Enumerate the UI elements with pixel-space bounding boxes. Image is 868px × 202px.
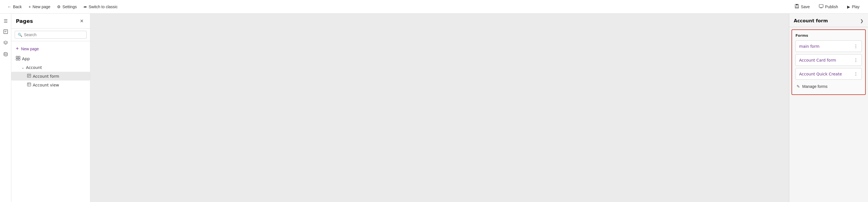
publish-icon — [819, 4, 824, 9]
form-item-quick-create-label: Account Quick Create — [799, 72, 842, 76]
main-layout: ☰ — [0, 13, 868, 202]
data-icon-button[interactable] — [1, 50, 11, 60]
svg-rect-17 — [27, 83, 31, 86]
form-item-quick-create[interactable]: Account Quick Create ⋮ — [796, 68, 862, 80]
tree-item-account[interactable]: ⌄ Account — [11, 63, 90, 72]
manage-forms-label: Manage forms — [802, 84, 827, 89]
pages-icon — [3, 29, 8, 35]
tree-item-account-form[interactable]: Account form — [11, 72, 90, 81]
table-icon — [27, 83, 31, 87]
sidebar-content: + New page App ⌄ Account — [11, 41, 90, 202]
search-icon: 🔍 — [18, 33, 22, 37]
icon-rail: ☰ — [0, 13, 11, 202]
content-area — [90, 13, 789, 202]
svg-rect-9 — [16, 56, 18, 58]
new-page-sidebar-button[interactable]: + New page — [11, 44, 90, 54]
right-panel: Account form ❯ Forms main form ⋮ Account… — [789, 13, 868, 202]
app-grid-icon — [16, 56, 20, 61]
settings-button[interactable]: ⚙ Settings — [54, 3, 80, 11]
save-button[interactable]: Save — [790, 2, 814, 11]
play-button[interactable]: ▶ Play — [843, 3, 864, 11]
form-item-main[interactable]: main form ⋮ — [796, 40, 862, 52]
right-panel-title: Account form — [794, 18, 828, 24]
layers-icon-button[interactable] — [1, 38, 11, 49]
save-label: Save — [801, 4, 810, 9]
right-panel-highlight: Forms main form ⋮ Account Card form ⋮ Ac… — [792, 29, 866, 95]
gear-icon: ⚙ — [57, 4, 61, 9]
save-icon — [795, 4, 799, 9]
play-label: Play — [852, 4, 860, 9]
tree-item-account-view[interactable]: Account view — [11, 81, 90, 89]
sidebar-header: Pages ✕ — [11, 13, 90, 29]
layers-icon — [3, 40, 8, 47]
back-button[interactable]: ← Back — [4, 3, 25, 11]
switch-icon: ➦ — [84, 4, 87, 9]
topbar-right: Save Publish ▶ Play — [790, 2, 864, 11]
sidebar-title: Pages — [16, 18, 33, 24]
form-item-main-label: main form — [799, 44, 819, 49]
form-item-main-menu-icon[interactable]: ⋮ — [854, 44, 858, 49]
topbar-left: ← Back + New page ⚙ Settings ➦ Switch to… — [4, 3, 788, 11]
form-item-quick-create-menu-icon[interactable]: ⋮ — [854, 71, 858, 77]
publish-label: Publish — [825, 4, 838, 9]
tree-item-account-view-label: Account view — [33, 83, 59, 87]
svg-rect-5 — [4, 30, 8, 34]
pencil-icon: ✎ — [797, 84, 800, 89]
tree-item-account-form-label: Account form — [33, 74, 59, 79]
forms-section-label: Forms — [796, 33, 862, 37]
form-item-card-menu-icon[interactable]: ⋮ — [854, 57, 858, 63]
svg-rect-10 — [18, 56, 20, 58]
chevron-down-icon: ⌄ — [22, 65, 24, 69]
database-icon — [3, 52, 8, 58]
back-label: Back — [13, 4, 22, 9]
sidebar-search: 🔍 — [11, 29, 90, 41]
form-item-card[interactable]: Account Card form ⋮ — [796, 54, 862, 66]
new-page-button[interactable]: + New page — [26, 3, 53, 11]
svg-point-8 — [4, 53, 7, 54]
topbar: ← Back + New page ⚙ Settings ➦ Switch to… — [0, 0, 868, 13]
svg-rect-2 — [796, 6, 798, 8]
search-input[interactable] — [24, 32, 84, 37]
back-arrow-icon: ← — [7, 4, 11, 9]
close-icon: ✕ — [80, 18, 84, 24]
new-page-sidebar-label: New page — [21, 47, 39, 51]
svg-rect-1 — [796, 4, 798, 5]
switch-classic-label: Switch to classic — [89, 4, 118, 9]
search-box: 🔍 — [15, 31, 87, 39]
plus-icon: + — [29, 4, 31, 9]
plus-icon-sidebar: + — [16, 46, 19, 52]
form-page-icon — [27, 74, 31, 79]
settings-label: Settings — [62, 4, 77, 9]
svg-rect-3 — [819, 4, 823, 7]
right-panel-chevron-icon[interactable]: ❯ — [860, 19, 864, 23]
new-page-label: New page — [32, 4, 50, 9]
tree-item-account-label: Account — [26, 65, 42, 70]
hamburger-icon: ☰ — [4, 18, 8, 24]
publish-button[interactable]: Publish — [815, 2, 842, 11]
menu-icon-button[interactable]: ☰ — [1, 16, 11, 26]
form-item-card-label: Account Card form — [799, 58, 836, 62]
tree-item-app[interactable]: App — [11, 54, 90, 63]
manage-forms-button[interactable]: ✎ Manage forms — [796, 82, 829, 91]
svg-rect-11 — [16, 58, 18, 60]
play-icon: ▶ — [847, 4, 850, 9]
svg-rect-12 — [18, 58, 20, 60]
switch-classic-button[interactable]: ➦ Switch to classic — [81, 3, 121, 11]
right-panel-header: Account form ❯ — [789, 13, 868, 27]
sidebar-close-button[interactable]: ✕ — [78, 17, 86, 25]
sidebar: Pages ✕ 🔍 + New page — [11, 13, 90, 202]
tree-item-app-label: App — [22, 57, 30, 61]
pages-icon-button[interactable] — [1, 27, 11, 37]
